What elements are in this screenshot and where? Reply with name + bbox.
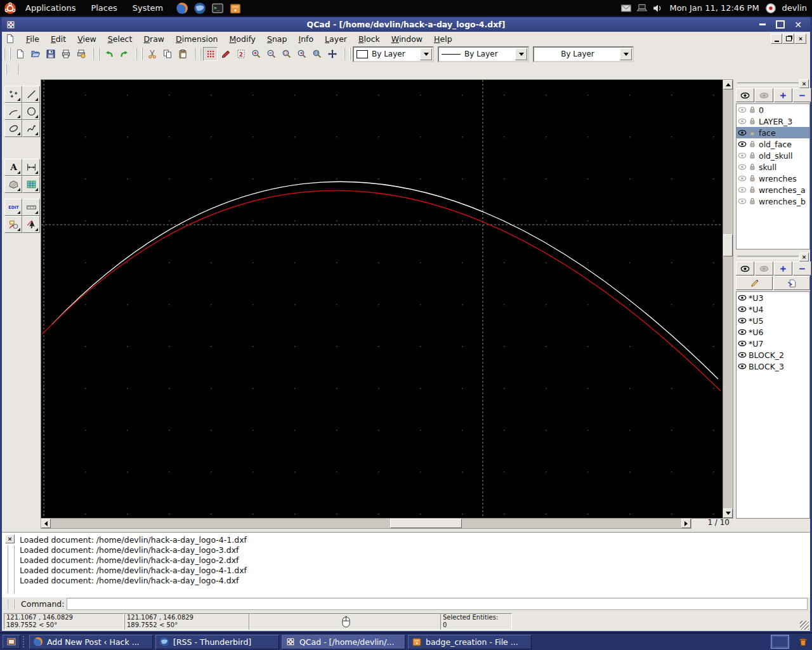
log-close-button[interactable]: ×: [5, 534, 15, 543]
titlebar[interactable]: QCad - [/home/devlin/hack-a-day_logo-4.d…: [2, 17, 810, 32]
menu-select[interactable]: Select: [102, 33, 138, 45]
palette-drag-handle[interactable]: [6, 64, 18, 75]
mdi-close-button[interactable]: ×: [795, 34, 806, 44]
block-row-BLOCK_3[interactable]: BLOCK_3: [737, 361, 809, 372]
block-eye-button[interactable]: [736, 262, 754, 275]
color-combobox[interactable]: By Layer: [353, 46, 434, 62]
points-tool-button[interactable]: [4, 86, 22, 103]
toolbar-handle[interactable]: [194, 48, 201, 60]
user-switcher-icon[interactable]: [765, 3, 776, 14]
dropdown-arrow-icon[interactable]: [620, 48, 632, 60]
log-drag-handle[interactable]: [7, 545, 15, 594]
open-file-button[interactable]: [28, 47, 43, 61]
mail-icon[interactable]: [620, 3, 632, 14]
print-preview-button[interactable]: [74, 47, 88, 61]
task-firefox[interactable]: Add New Post ‹ Hack ...: [29, 635, 153, 649]
show-desktop-button[interactable]: [3, 635, 20, 649]
undo-button[interactable]: [102, 47, 116, 61]
block-panel-handle[interactable]: ×: [736, 253, 810, 261]
zoom-out-button[interactable]: [264, 47, 278, 61]
scroll-left-button[interactable]: [41, 519, 51, 528]
menu-layer[interactable]: Layer: [319, 33, 353, 45]
block-insert-block-button[interactable]: [773, 276, 810, 290]
menu-draw[interactable]: Draw: [138, 33, 170, 45]
minimize-button[interactable]: [758, 20, 767, 29]
line-width-combobox[interactable]: By Layer: [533, 46, 634, 62]
line-tool-button[interactable]: [22, 86, 40, 103]
layer-row-skull[interactable]: skull: [737, 161, 809, 173]
task-qcad[interactable]: QCad - [/home/devlin/...: [282, 635, 405, 649]
block-row-U7[interactable]: *U7: [737, 338, 809, 349]
menu-edit[interactable]: Edit: [45, 33, 72, 45]
menu-modify[interactable]: Modify: [224, 33, 261, 45]
vscroll-thumb[interactable]: [723, 234, 733, 256]
layer-eye-off-button[interactable]: [755, 88, 773, 102]
layer-eye-button[interactable]: [736, 88, 754, 102]
copy-button[interactable]: [160, 47, 174, 61]
panel-menu-applications[interactable]: Applications: [19, 1, 82, 15]
block-eye-off-button[interactable]: [755, 262, 773, 275]
select-tool-button[interactable]: [22, 216, 40, 233]
panel-menu-system[interactable]: System: [126, 1, 169, 15]
layer-row-LAYER_3[interactable]: LAYER_3: [737, 116, 809, 127]
layer-row-wrenches[interactable]: wrenches: [737, 173, 809, 184]
menu-info[interactable]: Info: [292, 33, 319, 45]
block-panel-close-button[interactable]: ×: [799, 253, 809, 262]
menu-help[interactable]: Help: [428, 33, 458, 45]
scroll-up-button[interactable]: [723, 80, 733, 90]
speaker-icon[interactable]: [652, 3, 664, 14]
toolbar-handle[interactable]: [4, 48, 11, 60]
task-file-manager[interactable]: badge_creation - File ...: [408, 635, 532, 649]
scroll-down-button[interactable]: [723, 508, 733, 518]
block-row-U4[interactable]: *U4: [737, 303, 809, 315]
trash-icon[interactable]: [798, 637, 808, 647]
layer-panel-close-button[interactable]: ×: [799, 79, 809, 88]
mdi-minimize-button[interactable]: [771, 34, 782, 44]
arc-tool-button[interactable]: [4, 103, 22, 120]
layer-list[interactable]: 0LAYER_3faceold_faceold_skullskullwrench…: [736, 103, 810, 249]
edit-tool-button[interactable]: EDIT: [4, 199, 22, 216]
layer-row-old_skull[interactable]: old_skull: [737, 150, 809, 161]
vertical-scrollbar[interactable]: [723, 79, 733, 519]
horizontal-scrollbar[interactable]: [41, 518, 691, 529]
ellipse-tool-button[interactable]: [4, 120, 22, 137]
text-tool-button[interactable]: A: [4, 159, 22, 176]
zoom-auto-button[interactable]: [279, 47, 294, 61]
ubuntu-logo-icon[interactable]: [4, 2, 16, 15]
command-drag-handle[interactable]: [7, 599, 15, 609]
menu-window[interactable]: Window: [386, 33, 428, 45]
terminal-launcher-icon[interactable]: >_: [211, 2, 224, 15]
zoom-in-button[interactable]: [249, 47, 263, 61]
window-resize-grip[interactable]: [800, 621, 809, 630]
mdi-restore-button[interactable]: [783, 34, 794, 44]
dropdown-arrow-icon[interactable]: [420, 48, 432, 60]
layer-row-0[interactable]: 0: [737, 104, 809, 116]
file-manager-launcher-icon[interactable]: [229, 2, 242, 15]
task-thunderbird[interactable]: [RSS - Thunderbird]: [155, 635, 279, 649]
toolbar-handle[interactable]: [93, 48, 100, 60]
layer-row-old_face[interactable]: old_face: [737, 138, 809, 150]
zoom-previous-button[interactable]: [294, 47, 309, 61]
layer-row-wrenches_a[interactable]: wrenches_a: [737, 184, 809, 196]
dimension-tool-button[interactable]: [22, 159, 40, 176]
menu-dimension[interactable]: Dimension: [170, 33, 223, 45]
circle-tool-button[interactable]: [22, 103, 40, 120]
layer-row-wrenches_b[interactable]: wrenches_b: [737, 196, 809, 207]
clock[interactable]: Mon Jan 11, 12:46 PM: [669, 3, 759, 13]
menu-block[interactable]: Block: [353, 33, 386, 45]
paste-button[interactable]: [175, 47, 190, 61]
panel-menu-places[interactable]: Places: [84, 1, 123, 15]
block-list[interactable]: *U3*U4*U5*U6*U7BLOCK_2BLOCK_3: [736, 291, 810, 519]
toolbar-handle[interactable]: [344, 48, 351, 60]
block-row-U5[interactable]: *U5: [737, 315, 809, 326]
block-row-U6[interactable]: *U6: [737, 326, 809, 338]
toolbar-handle[interactable]: [136, 48, 143, 60]
dropdown-arrow-icon[interactable]: [515, 48, 527, 60]
save-file-button[interactable]: [43, 47, 58, 61]
measure-tool-button[interactable]: [22, 199, 40, 216]
block-plus-button[interactable]: [774, 262, 792, 275]
new-file-button[interactable]: [13, 47, 27, 61]
menu-file[interactable]: File: [20, 33, 45, 45]
spline-tool-button[interactable]: [22, 120, 40, 137]
block-minus-button[interactable]: [793, 262, 811, 275]
